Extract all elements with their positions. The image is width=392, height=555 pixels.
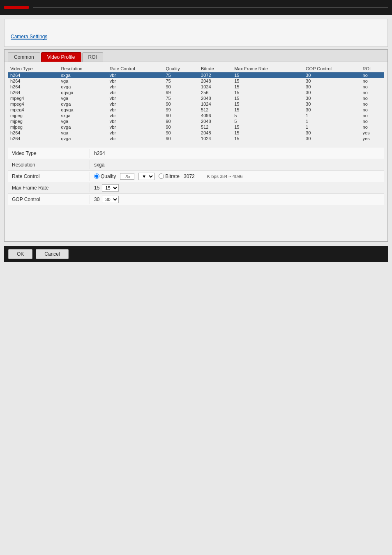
- bitrate-radio-label: Bitrate: [165, 173, 180, 179]
- cell-gopControl: 30: [303, 78, 360, 84]
- tab-bar: Common Video Profile ROI: [5, 50, 387, 62]
- table-row[interactable]: h264vgavbr9020481530yes: [8, 130, 384, 136]
- table-row[interactable]: h264vgavbr7520481530no: [8, 78, 384, 84]
- header-title: [11, 23, 381, 30]
- cell-rateControl: vbr: [107, 101, 164, 107]
- table-row[interactable]: h264qqvgavbr992561530no: [8, 90, 384, 95]
- video-table: Video Type Resolution Rate Control Quali…: [8, 65, 384, 141]
- cell-videoType: mjpeg: [8, 124, 58, 130]
- cell-resolution: vga: [58, 130, 107, 136]
- cell-quality: 75: [163, 95, 198, 101]
- cell-maxFrameRate: 15: [232, 136, 303, 141]
- cell-quality: 90: [163, 84, 198, 90]
- bottom-bar: OK Cancel: [4, 246, 388, 262]
- table-row[interactable]: h264qvgavbr9010241530no: [8, 84, 384, 90]
- header-section: Camera Settings: [4, 19, 388, 47]
- cell-bitrate: 2048: [198, 118, 232, 124]
- cell-bitrate: 512: [198, 124, 232, 130]
- resolution-label: Resolution: [8, 160, 90, 169]
- ok-button[interactable]: OK: [8, 249, 32, 259]
- cell-quality: 90: [163, 118, 198, 124]
- cell-rateControl: vbr: [107, 113, 164, 118]
- cell-maxFrameRate: 15: [232, 130, 303, 136]
- rate-control-value: Quality ▼ Bitrate 3072 K bps 384 ~ 4096: [90, 171, 247, 182]
- cell-videoType: mjpeg: [8, 113, 58, 118]
- table-row[interactable]: mjpegvgavbr90204851no: [8, 118, 384, 124]
- page-wrapper: Camera Settings Common Video Profile ROI…: [0, 15, 392, 555]
- max-frame-rate-select[interactable]: 12351015202530: [102, 184, 119, 192]
- table-row[interactable]: mpeg4qqvgavbr995121530no: [8, 107, 384, 113]
- cell-quality: 90: [163, 101, 198, 107]
- cell-rateControl: vbr: [107, 78, 164, 84]
- tab-common[interactable]: Common: [8, 52, 40, 62]
- table-row[interactable]: h264sxgavbr7530721530no: [8, 72, 384, 79]
- cell-videoType: mpeg4: [8, 107, 58, 113]
- table-body: h264sxgavbr7530721530noh264vgavbr7520481…: [8, 72, 384, 142]
- cell-gopControl: 1: [303, 113, 360, 118]
- col-gop-control: GOP Control: [303, 65, 360, 72]
- cell-roi: no: [360, 101, 384, 107]
- quality-radio-item[interactable]: Quality: [94, 173, 116, 179]
- video-type-label: Video Type: [8, 149, 90, 158]
- cell-gopControl: 30: [303, 101, 360, 107]
- bitrate-radio-item[interactable]: Bitrate: [159, 173, 180, 179]
- table-row[interactable]: mpeg4qvgavbr9010241530no: [8, 101, 384, 107]
- cell-quality: 99: [163, 107, 198, 113]
- table-row[interactable]: mjpegsxgavbr90409651no: [8, 113, 384, 118]
- cell-resolution: qqvga: [58, 107, 107, 113]
- form-row-video-type: Video Type h264: [8, 148, 384, 159]
- gop-control-value: 30 15101520253060: [90, 194, 123, 205]
- bitrate-range: K bps 384 ~ 4096: [207, 174, 243, 179]
- tab-roi[interactable]: ROI: [82, 52, 103, 62]
- col-rate-control: Rate Control: [107, 65, 164, 72]
- cell-rateControl: vbr: [107, 130, 164, 136]
- cell-maxFrameRate: 5: [232, 113, 303, 118]
- quality-radio[interactable]: [94, 173, 99, 179]
- rate-control-label: Rate Control: [8, 172, 90, 181]
- cell-rateControl: vbr: [107, 84, 164, 90]
- cell-quality: 75: [163, 78, 198, 84]
- cell-videoType: h264: [8, 136, 58, 141]
- top-bar-accent: [4, 6, 29, 9]
- cell-gopControl: 1: [303, 124, 360, 130]
- cell-roi: no: [360, 78, 384, 84]
- video-type-value: h264: [90, 149, 109, 158]
- cell-gopControl: 30: [303, 136, 360, 141]
- cell-maxFrameRate: 15: [232, 107, 303, 113]
- quality-input[interactable]: [120, 173, 134, 180]
- cell-bitrate: 4096: [198, 113, 232, 118]
- cell-gopControl: 30: [303, 95, 360, 101]
- nav-link[interactable]: Camera Settings: [11, 34, 47, 40]
- cell-maxFrameRate: 15: [232, 84, 303, 90]
- quality-select[interactable]: ▼: [138, 173, 154, 180]
- cell-quality: 90: [163, 136, 198, 141]
- cell-rateControl: vbr: [107, 118, 164, 124]
- table-row[interactable]: mpeg4vgavbr7520481530no: [8, 95, 384, 101]
- cell-quality: 90: [163, 124, 198, 130]
- form-row-rate-control: Rate Control Quality ▼ Bitrate: [8, 171, 384, 182]
- cell-quality: 90: [163, 130, 198, 136]
- gop-control-display: 30: [94, 197, 99, 202]
- cancel-button[interactable]: Cancel: [36, 249, 68, 259]
- cell-maxFrameRate: 15: [232, 90, 303, 95]
- cell-bitrate: 2048: [198, 130, 232, 136]
- max-frame-rate-display: 15: [94, 185, 99, 191]
- cell-gopControl: 30: [303, 90, 360, 95]
- cell-roi: no: [360, 118, 384, 124]
- cell-gopControl: 30: [303, 84, 360, 90]
- tab-video-profile[interactable]: Video Profile: [41, 52, 81, 62]
- top-bar: [0, 0, 392, 15]
- table-container: Video Type Resolution Rate Control Quali…: [5, 62, 387, 145]
- table-row[interactable]: h264qvgavbr9010241530yes: [8, 136, 384, 141]
- dialog-panel: Common Video Profile ROI Video Type Reso…: [4, 49, 388, 242]
- gop-control-select[interactable]: 15101520253060: [102, 196, 119, 203]
- max-frame-rate-value: 15 12351015202530: [90, 183, 123, 193]
- cell-resolution: qvga: [58, 136, 107, 141]
- cell-bitrate: 1024: [198, 136, 232, 141]
- cell-quality: 99: [163, 90, 198, 95]
- cell-videoType: mpeg4: [8, 101, 58, 107]
- table-row[interactable]: mjpegqvgavbr90512151no: [8, 124, 384, 130]
- cell-rateControl: vbr: [107, 136, 164, 141]
- bitrate-radio[interactable]: [159, 173, 164, 179]
- cell-bitrate: 1024: [198, 84, 232, 90]
